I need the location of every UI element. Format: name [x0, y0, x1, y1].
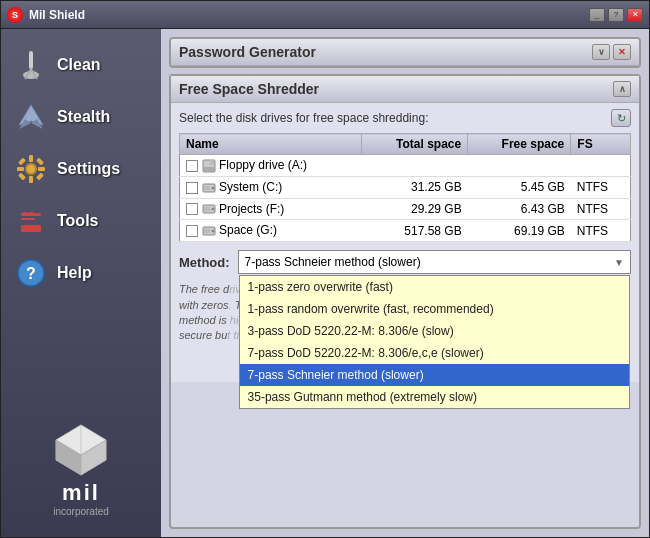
- gear-icon: [15, 153, 47, 185]
- svg-rect-9: [29, 176, 33, 183]
- drive-fs: NTFS: [571, 198, 631, 220]
- table-row[interactable]: Space (G:)517.58 GB69.19 GBNTFS: [180, 220, 631, 242]
- drive-checkbox[interactable]: [186, 203, 198, 215]
- drive-free: 5.45 GB: [468, 176, 571, 198]
- drive-fs: NTFS: [571, 220, 631, 242]
- sidebar-item-tools[interactable]: Tools: [1, 195, 161, 247]
- svg-rect-10: [17, 167, 24, 171]
- dropdown-option[interactable]: 35-pass Gutmann method (extremely slow): [240, 386, 629, 408]
- drive-checkbox[interactable]: [186, 160, 198, 172]
- sidebar-logo: mil incorporated: [1, 410, 161, 527]
- titlebar-buttons: _ ? ✕: [589, 8, 643, 22]
- logo-cube-icon: [51, 420, 111, 480]
- drive-total: [361, 155, 467, 177]
- stealth-label: Stealth: [57, 108, 110, 126]
- shredder-subtitle: Select the disk drives for free space sh…: [179, 109, 631, 127]
- drive-total: 29.29 GB: [361, 198, 467, 220]
- svg-marker-4: [19, 105, 43, 125]
- svg-rect-38: [204, 207, 210, 211]
- password-generator-title: Password Generator: [179, 44, 316, 60]
- drive-free: 6.43 GB: [468, 198, 571, 220]
- drive-free: 69.19 GB: [468, 220, 571, 242]
- dropdown-option[interactable]: 1-pass zero overwrite (fast): [240, 276, 629, 298]
- panel-header-buttons: ∨ ✕: [592, 44, 631, 60]
- svg-rect-12: [18, 158, 26, 166]
- svg-point-7: [26, 164, 36, 174]
- plane-icon: [15, 101, 47, 133]
- titlebar: S Mil Shield _ ? ✕: [1, 1, 649, 29]
- dropdown-option[interactable]: 7-pass DoD 5220.22-M: 8.306/e,c,e (slowe…: [240, 342, 629, 364]
- help-icon: ?: [15, 257, 47, 289]
- main-window: S Mil Shield _ ? ✕ Clean: [0, 0, 650, 538]
- svg-rect-31: [204, 167, 214, 172]
- sidebar: Clean Stealth: [1, 29, 161, 537]
- drive-checkbox[interactable]: [186, 225, 198, 237]
- svg-rect-32: [210, 160, 214, 165]
- tools-icon: [15, 205, 47, 237]
- close-button[interactable]: ✕: [627, 8, 643, 22]
- drive-fs: [571, 155, 631, 177]
- svg-rect-20: [29, 212, 33, 215]
- clean-label: Clean: [57, 56, 101, 74]
- drive-fs: NTFS: [571, 176, 631, 198]
- table-row[interactable]: Floppy drive (A:): [180, 155, 631, 177]
- broom-icon: [15, 49, 47, 81]
- svg-rect-41: [204, 229, 210, 233]
- svg-rect-8: [29, 155, 33, 162]
- refresh-button[interactable]: ↻: [611, 109, 631, 127]
- svg-point-40: [212, 230, 215, 233]
- collapse-shredder-button[interactable]: ∧: [613, 81, 631, 97]
- drive-free: [468, 155, 571, 177]
- method-row: Method: 7-pass Schneier method (slower) …: [179, 250, 631, 274]
- settings-label: Settings: [57, 160, 120, 178]
- drive-total: 31.25 GB: [361, 176, 467, 198]
- method-select[interactable]: 7-pass Schneier method (slower) ▼ 1-pass…: [238, 250, 631, 274]
- window-title: Mil Shield: [29, 8, 589, 22]
- svg-rect-11: [38, 167, 45, 171]
- shredder-body: Select the disk drives for free space sh…: [171, 103, 639, 382]
- drive-name-cell: Floppy drive (A:): [180, 155, 362, 177]
- svg-rect-18: [21, 225, 41, 232]
- subtitle-text: Select the disk drives for free space sh…: [179, 111, 428, 125]
- svg-point-34: [212, 186, 215, 189]
- drive-name-cell: Projects (F:): [180, 198, 362, 220]
- svg-rect-17: [21, 218, 35, 220]
- method-arrow-icon: ▼: [614, 257, 624, 268]
- drive-name-cell: System (C:): [180, 176, 362, 198]
- sidebar-item-stealth[interactable]: Stealth: [1, 91, 161, 143]
- svg-rect-35: [204, 186, 210, 190]
- method-selected-text: 7-pass Schneier method (slower): [245, 255, 421, 269]
- minimize-button[interactable]: _: [589, 8, 605, 22]
- dropdown-option[interactable]: 3-pass DoD 5220.22-M: 8.306/e (slow): [240, 320, 629, 342]
- drive-total: 517.58 GB: [361, 220, 467, 242]
- tools-label: Tools: [57, 212, 98, 230]
- svg-text:?: ?: [26, 265, 36, 282]
- table-row[interactable]: Projects (F:)29.29 GB6.43 GBNTFS: [180, 198, 631, 220]
- svg-rect-15: [36, 173, 44, 181]
- password-generator-header: Password Generator ∨ ✕: [171, 39, 639, 66]
- col-fs: FS: [571, 134, 631, 155]
- svg-rect-19: [23, 212, 27, 215]
- dropdown-option[interactable]: 7-pass Schneier method (slower): [240, 364, 629, 386]
- col-name: Name: [180, 134, 362, 155]
- drive-name-cell: Space (G:): [180, 220, 362, 242]
- sidebar-item-help[interactable]: ? Help: [1, 247, 161, 299]
- drive-checkbox[interactable]: [186, 182, 198, 194]
- sidebar-item-clean[interactable]: Clean: [1, 39, 161, 91]
- app-icon: S: [7, 7, 23, 23]
- col-free: Free space: [468, 134, 571, 155]
- help-label: Help: [57, 264, 92, 282]
- close-password-button[interactable]: ✕: [613, 44, 631, 60]
- sidebar-item-settings[interactable]: Settings: [1, 143, 161, 195]
- collapse-password-button[interactable]: ∨: [592, 44, 610, 60]
- password-generator-panel: Password Generator ∨ ✕: [169, 37, 641, 68]
- help-button[interactable]: ?: [608, 8, 624, 22]
- dropdown-option[interactable]: 1-pass random overwrite (fast, recommend…: [240, 298, 629, 320]
- method-label: Method:: [179, 255, 230, 270]
- svg-point-37: [212, 208, 215, 211]
- svg-rect-13: [36, 158, 44, 166]
- svg-rect-14: [18, 173, 26, 181]
- table-row[interactable]: System (C:)31.25 GB5.45 GBNTFS: [180, 176, 631, 198]
- drives-table: Name Total space Free space FS Floppy dr…: [179, 133, 631, 242]
- col-total: Total space: [361, 134, 467, 155]
